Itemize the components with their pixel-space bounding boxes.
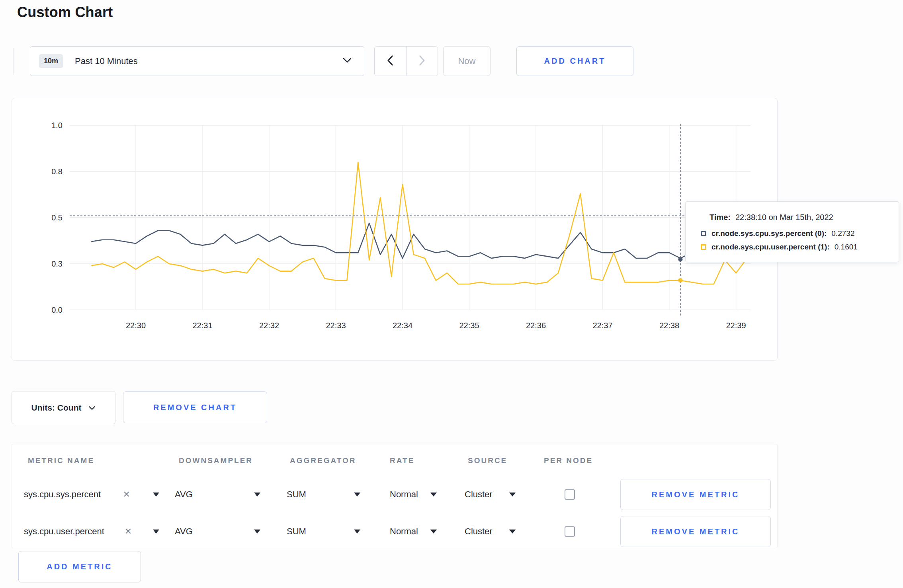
rate-select[interactable]: Normal [390, 516, 437, 547]
svg-text:22:36: 22:36 [526, 321, 546, 330]
metric-row: sys.cpu.user.percent ✕ AVG SUM Normal Cl… [12, 516, 777, 547]
col-header-metric-name: METRIC NAME [28, 456, 94, 465]
chevron-left-icon [387, 55, 394, 67]
svg-text:22:32: 22:32 [259, 321, 279, 330]
aggregator-value: SUM [287, 526, 306, 537]
col-header-rate: RATE [390, 456, 414, 465]
time-range-select[interactable]: 10m Past 10 Minutes [30, 46, 364, 76]
tooltip-time-row: Time:22:38:10 on Mar 15th, 2022 [710, 213, 889, 222]
metric-name-select[interactable]: sys.cpu.user.percent ✕ [24, 516, 159, 547]
metric-name-value: sys.cpu.user.percent [24, 526, 104, 537]
per-node-checkbox[interactable] [565, 489, 575, 500]
toolbar: 10m Past 10 Minutes Now ADD CHART [0, 46, 903, 78]
caret-down-icon [354, 530, 360, 533]
source-select[interactable]: Cluster [465, 516, 516, 547]
svg-text:22:37: 22:37 [592, 321, 612, 330]
downsampler-value: AVG [175, 526, 193, 537]
col-header-source: SOURCE [468, 456, 507, 465]
downsampler-select[interactable]: AVG [175, 516, 260, 547]
svg-text:22:33: 22:33 [326, 321, 346, 330]
clear-metric-icon[interactable]: ✕ [123, 489, 130, 500]
source-value: Cluster [465, 526, 493, 537]
caret-down-icon [430, 493, 437, 496]
caret-down-icon [153, 493, 159, 496]
add-metric-button[interactable]: ADD METRIC [18, 551, 141, 582]
per-node-cell [565, 479, 580, 510]
rate-value: Normal [390, 489, 418, 500]
tooltip-series-value: 0.2732 [831, 229, 854, 238]
chart-card[interactable]: 0.00.30.50.81.022:3022:3122:3222:3322:34… [12, 98, 778, 361]
svg-text:0.0: 0.0 [51, 306, 63, 314]
caret-down-icon [153, 530, 159, 533]
per-node-checkbox[interactable] [565, 526, 575, 537]
tooltip-time-label: Time: [710, 213, 731, 222]
metric-row: sys.cpu.sys.percent ✕ AVG SUM Normal Clu… [12, 479, 777, 510]
tooltip-series-name: cr.node.sys.cpu.user.percent (1): [711, 243, 830, 251]
series-swatch-icon [701, 244, 706, 250]
now-button[interactable]: Now [443, 46, 491, 76]
tooltip-time-value: 22:38:10 on Mar 15th, 2022 [735, 213, 833, 222]
col-header-aggregator: AGGREGATOR [290, 456, 356, 465]
next-time-button[interactable] [406, 47, 438, 76]
chart-tooltip: Time:22:38:10 on Mar 15th, 2022 cr.node.… [685, 201, 899, 262]
caret-down-icon [509, 530, 516, 533]
tooltip-series-row: cr.node.sys.cpu.user.percent (1): 0.1601 [698, 243, 889, 251]
chevron-down-icon [342, 57, 352, 65]
svg-text:22:39: 22:39 [726, 321, 746, 330]
aggregator-value: SUM [287, 489, 306, 500]
rate-value: Normal [390, 526, 418, 537]
toolbar-divider [13, 48, 14, 75]
tooltip-series-row: cr.node.sys.cpu.sys.percent (0): 0.2732 [698, 229, 889, 238]
svg-text:22:30: 22:30 [126, 321, 146, 330]
col-header-downsampler: DOWNSAMPLER [179, 456, 253, 465]
downsampler-value: AVG [175, 489, 193, 500]
metrics-table: METRIC NAME DOWNSAMPLER AGGREGATOR RATE … [12, 444, 778, 548]
aggregator-select[interactable]: SUM [287, 479, 360, 510]
page-title: Custom Chart [17, 4, 113, 21]
time-range-badge: 10m [39, 54, 63, 68]
downsampler-select[interactable]: AVG [175, 479, 260, 510]
remove-chart-button[interactable]: REMOVE CHART [123, 391, 267, 423]
svg-text:22:34: 22:34 [393, 321, 412, 330]
svg-text:0.3: 0.3 [51, 259, 63, 268]
prev-time-button[interactable] [375, 47, 406, 76]
svg-text:1.0: 1.0 [51, 121, 63, 130]
aggregator-select[interactable]: SUM [287, 516, 360, 547]
svg-text:22:31: 22:31 [192, 321, 212, 330]
clear-metric-icon[interactable]: ✕ [125, 526, 132, 537]
custom-chart[interactable]: 0.00.30.50.81.022:3022:3122:3222:3322:34… [12, 98, 778, 361]
caret-down-icon [430, 530, 437, 533]
svg-text:22:35: 22:35 [459, 321, 479, 330]
remove-metric-button[interactable]: REMOVE METRIC [620, 479, 771, 510]
add-chart-button[interactable]: ADD CHART [516, 46, 633, 76]
tooltip-series-value: 0.1601 [835, 243, 858, 251]
caret-down-icon [509, 493, 516, 496]
metric-name-select[interactable]: sys.cpu.sys.percent ✕ [24, 479, 159, 510]
caret-down-icon [254, 530, 260, 533]
chevron-down-icon [88, 403, 96, 413]
caret-down-icon [254, 493, 260, 496]
col-header-per-node: PER NODE [544, 456, 593, 465]
per-node-cell [565, 516, 580, 547]
svg-text:0.5: 0.5 [51, 213, 63, 222]
units-select[interactable]: Units: Count [12, 391, 115, 424]
time-nav-group [374, 46, 438, 76]
units-label: Units: Count [31, 403, 82, 413]
caret-down-icon [354, 493, 360, 496]
svg-text:22:38: 22:38 [659, 321, 679, 330]
metric-name-value: sys.cpu.sys.percent [24, 489, 101, 500]
remove-metric-button[interactable]: REMOVE METRIC [620, 516, 771, 547]
rate-select[interactable]: Normal [390, 479, 437, 510]
series-swatch-icon [701, 231, 706, 236]
tooltip-series-name: cr.node.sys.cpu.sys.percent (0): [711, 229, 827, 238]
time-range-label: Past 10 Minutes [75, 56, 342, 66]
chevron-right-icon [418, 55, 426, 67]
source-select[interactable]: Cluster [465, 479, 516, 510]
svg-text:0.8: 0.8 [51, 167, 63, 176]
source-value: Cluster [465, 489, 493, 500]
